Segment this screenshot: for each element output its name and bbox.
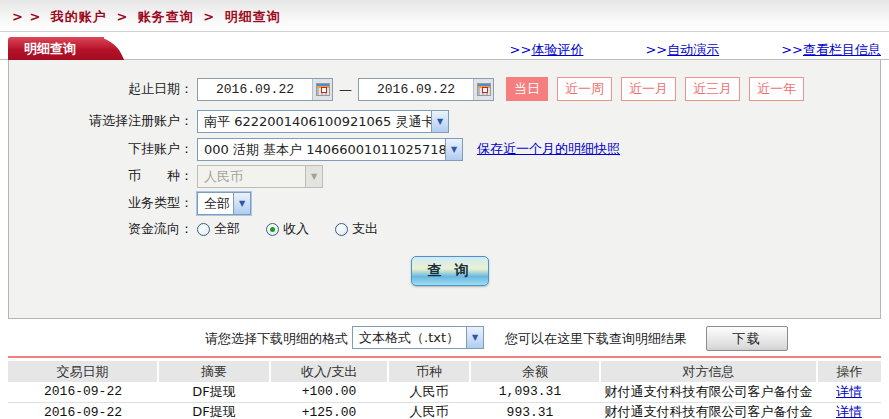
quick-range-today-button[interactable]: 当日 [506, 77, 548, 101]
link-prefix: >> [510, 42, 532, 57]
download-button[interactable]: 下载 [706, 326, 788, 351]
chevron-down-icon: ▼ [466, 327, 483, 348]
chevron-down-icon: ▼ [233, 193, 250, 214]
radio-icon [266, 223, 279, 236]
cell-action: 详情 [817, 402, 881, 419]
sub-account-select[interactable]: 000 活期 基本户 1406600101102571848 ▼ [197, 138, 463, 161]
quick-range-week-button[interactable]: 近一周 [557, 77, 612, 101]
quick-range-quarter-button[interactable]: 近三月 [685, 77, 740, 101]
quick-range-month-button[interactable]: 近一月 [621, 77, 676, 101]
radio-all-label: 全部 [214, 220, 240, 238]
detail-link[interactable]: 详情 [836, 384, 862, 399]
link-view-column-info[interactable]: >>查看栏目信息 [781, 41, 881, 59]
chevron-down-icon: ▼ [305, 166, 322, 187]
link-label: 体验评价 [531, 42, 583, 57]
quick-range-year-button[interactable]: 近一年 [749, 77, 804, 101]
biz-type-select[interactable]: 全部 ▼ [197, 192, 251, 215]
date-from-input[interactable] [198, 82, 312, 97]
breadcrumb: > > 我的账户 > 账务查询 > 明细查询 [12, 8, 285, 26]
table-row: 2016-09-22 DF提现 +125.00 人民币 993.31 财付通支付… [8, 402, 881, 419]
date-from-box [197, 78, 333, 101]
cell-counterparty: 财付通支付科技有限公司客户备付金 [600, 382, 817, 402]
radio-all[interactable]: 全部 [197, 220, 240, 238]
link-auto-demo[interactable]: >>自动演示 [645, 41, 719, 59]
register-account-select[interactable]: 南平 6222001406100921065 灵通卡 ▼ [197, 110, 449, 133]
cell-amount: +125.00 [270, 402, 388, 419]
link-experience-review[interactable]: >>体验评价 [510, 41, 584, 59]
table-header-row: 交易日期 摘要 收入/支出 币种 余额 对方信息 操作 [8, 361, 881, 382]
register-account-label: 请选择注册账户： [9, 112, 197, 130]
radio-icon [335, 223, 348, 236]
date-range-row: 起止日期： — 当日 近一周 近一月 近三月 近一年 [9, 77, 880, 101]
column-header-summary: 摘要 [158, 361, 270, 382]
cell-amount: +100.00 [270, 382, 388, 402]
detail-link[interactable]: 详情 [836, 404, 862, 419]
breadcrumb-item-account-query[interactable]: 账务查询 [138, 9, 194, 24]
biz-type-row: 业务类型： 全部 ▼ [9, 191, 880, 215]
cell-summary: DF提现 [158, 382, 270, 402]
calendar-icon [316, 83, 330, 96]
breadcrumb-prefix: > > [12, 9, 41, 24]
result-table: 交易日期 摘要 收入/支出 币种 余额 对方信息 操作 2016-09-22 D… [8, 361, 881, 419]
link-label: 自动演示 [667, 42, 719, 57]
currency-row: 币 种： 人民币 ▼ [9, 164, 880, 188]
calendar-button-from[interactable] [312, 79, 332, 100]
tab-detail-query[interactable]: 明细查询 [8, 37, 104, 60]
radio-icon [197, 223, 210, 236]
currency-value: 人民币 [198, 166, 305, 187]
calendar-button-to[interactable] [473, 79, 493, 100]
biz-type-value: 全部 [198, 193, 233, 214]
date-range-label: 起止日期： [9, 80, 197, 98]
cell-counterparty: 财付通支付科技有限公司客户备付金 [600, 402, 817, 419]
sub-account-value: 000 活期 基本户 1406600101102571848 [198, 139, 445, 160]
cell-currency: 人民币 [388, 382, 470, 402]
column-header-counterparty: 对方信息 [600, 361, 817, 382]
register-account-row: 请选择注册账户： 南平 6222001406100921065 灵通卡 ▼ [9, 109, 880, 133]
column-header-balance: 余额 [470, 361, 600, 382]
link-prefix: >> [645, 42, 667, 57]
query-form-panel: 起止日期： — 当日 近一周 近一月 近三月 近一年 请选择注册账户： 南平 6… [8, 60, 881, 319]
breadcrumb-item-my-account[interactable]: 我的账户 [51, 9, 107, 24]
calendar-icon [477, 83, 491, 96]
column-header-amount: 收入/支出 [270, 361, 388, 382]
sub-account-row: 下挂账户： 000 活期 基本户 1406600101102571848 ▼ 保… [9, 137, 880, 161]
header-links: >>体验评价 >>自动演示 >>查看栏目信息 [0, 41, 881, 59]
chevron-down-icon: ▼ [431, 111, 448, 132]
chevron-down-icon: ▼ [445, 139, 462, 160]
sub-account-label: 下挂账户： [9, 140, 197, 158]
cell-date: 2016-09-22 [8, 382, 158, 402]
table-row: 2016-09-22 DF提现 +100.00 人民币 1,093.31 财付通… [8, 382, 881, 402]
date-to-box [358, 78, 494, 101]
currency-label: 币 种： [9, 167, 197, 185]
cell-balance: 993.31 [470, 402, 600, 419]
download-row: 请您选择下载明细的格式 文本格式（.txt） ▼ 您可以在这里下载查询明细结果 … [0, 324, 889, 352]
query-button[interactable]: 查 询 [411, 256, 489, 286]
download-format-select[interactable]: 文本格式（.txt） ▼ [352, 326, 484, 349]
download-format-value: 文本格式（.txt） [353, 327, 466, 348]
breadcrumb-item-detail-query[interactable]: 明细查询 [225, 9, 281, 24]
radio-income[interactable]: 收入 [266, 220, 309, 238]
cell-balance: 1,093.31 [470, 382, 600, 402]
download-format-label: 请您选择下载明细的格式 [205, 330, 348, 348]
column-header-action: 操作 [817, 361, 881, 382]
cell-summary: DF提现 [158, 402, 270, 419]
flow-row: 资金流向： 全部 收入 支出 [9, 217, 880, 241]
register-account-value: 南平 6222001406100921065 灵通卡 [198, 111, 431, 132]
biz-type-label: 业务类型： [9, 194, 197, 212]
save-snapshot-link[interactable]: 保存近一个月的明细快照 [477, 140, 620, 158]
column-header-currency: 币种 [388, 361, 470, 382]
table-top-divider [8, 356, 881, 358]
breadcrumb-separator: > [116, 9, 128, 24]
radio-expense[interactable]: 支出 [335, 220, 378, 238]
currency-select: 人民币 ▼ [197, 165, 323, 188]
link-prefix: >> [781, 42, 803, 57]
date-to-input[interactable] [359, 82, 473, 97]
cell-action: 详情 [817, 382, 881, 402]
link-label: 查看栏目信息 [803, 42, 881, 57]
date-range-dash: — [339, 82, 352, 97]
radio-expense-label: 支出 [352, 220, 378, 238]
flow-label: 资金流向： [9, 220, 197, 238]
radio-income-label: 收入 [283, 220, 309, 238]
column-header-date: 交易日期 [8, 361, 158, 382]
breadcrumb-separator: > [203, 9, 215, 24]
